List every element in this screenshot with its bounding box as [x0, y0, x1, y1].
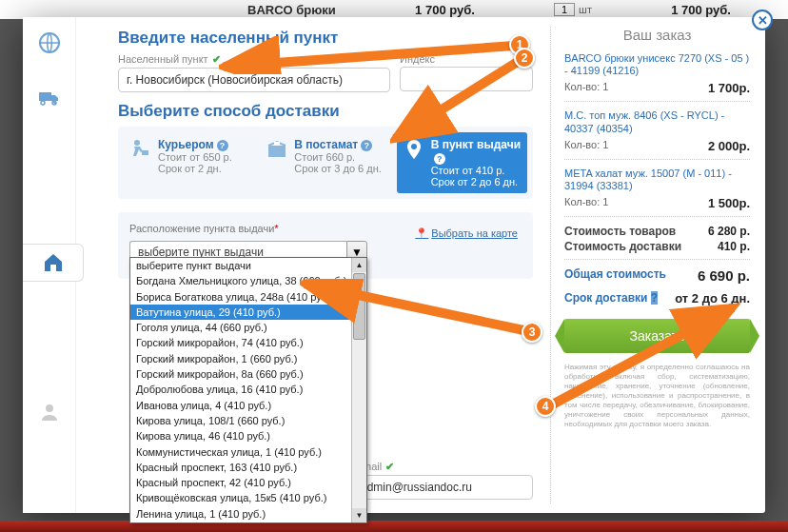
dropdown-option[interactable]: Морской проспект, 10 (660 руб.): [130, 522, 366, 522]
order-item-price: 2 000р.: [708, 139, 750, 153]
bg-product-price: 1 700 руб.: [415, 3, 475, 17]
dropdown-option[interactable]: Бориса Богаткова улица, 248а (410 руб.): [130, 289, 366, 305]
order-summary: Ваш заказ BARCO брюки унисекс 7270 (XS -…: [550, 27, 750, 503]
email-input[interactable]: [352, 475, 533, 500]
dropdown-option[interactable]: Кирова улица, 108/1 (660 руб.): [130, 413, 366, 428]
order-item-name: META халат муж. 15007 (M - 011) - 31994 …: [564, 167, 750, 192]
svg-rect-6: [142, 150, 148, 155]
info-icon: ?: [434, 153, 445, 165]
person-icon[interactable]: [36, 400, 63, 424]
order-title: Ваш заказ: [564, 27, 750, 43]
info-icon: ?: [361, 140, 372, 151]
scroll-up-icon[interactable]: ▲: [352, 258, 366, 272]
pickup-label: Расположение пункта выдачи*: [129, 223, 279, 234]
svg-rect-3: [50, 265, 56, 271]
dropdown-option[interactable]: Гоголя улица, 44 (660 руб.): [130, 320, 366, 335]
bg-qty-group: шт: [554, 3, 592, 16]
dropdown-option[interactable]: выберите пункт выдачи: [130, 258, 366, 273]
globe-icon[interactable]: [36, 30, 63, 55]
dropdown-option[interactable]: Кривощёковская улица, 15к5 (410 руб.): [130, 490, 366, 505]
courier-icon: [129, 138, 152, 161]
order-item-name: BARCO брюки унисекс 7270 (XS - 05 ) - 41…: [564, 52, 750, 77]
legal-text: Нажимая эту кнопку, я определенно соглаш…: [564, 363, 750, 429]
delivery-options: Курьером? Стоит от 650 р. Срок от 2 дн. …: [118, 127, 533, 199]
order-item-qty: Кол-во: 1: [564, 81, 608, 95]
dropdown-option[interactable]: Ленина улица, 1 (410 руб.): [130, 506, 366, 522]
step-sidebar: [23, 17, 76, 513]
truck-icon[interactable]: [36, 86, 63, 110]
step2-title: Выберите способ доставки: [118, 102, 533, 121]
check-icon: ✔: [212, 53, 221, 65]
check-icon: ✔: [385, 461, 394, 472]
order-item-qty: Кол-во: 1: [564, 139, 608, 153]
bg-qty-input[interactable]: [554, 3, 575, 16]
svg-point-5: [134, 140, 140, 146]
info-icon: ?: [217, 140, 228, 151]
svg-rect-7: [274, 142, 280, 145]
info-icon: ?: [651, 291, 658, 305]
delivery-courier[interactable]: Курьером? Стоит от 650 р. Срок от 2 дн.: [124, 132, 254, 193]
bg-qty-unit: шт: [579, 4, 592, 15]
marker-4: 4: [535, 396, 556, 417]
scroll-thumb[interactable]: [353, 273, 365, 340]
dropdown-option[interactable]: Богдана Хмельницкого улица, 38 (660 руб.…: [130, 273, 366, 288]
svg-point-4: [46, 404, 53, 412]
marker-3: 3: [522, 322, 542, 343]
marker-2: 2: [514, 48, 535, 69]
step1-title: Введите населенный пункт: [118, 29, 533, 48]
map-pin-icon: 📍: [415, 227, 428, 239]
dropdown-option[interactable]: Горский микрорайон, 8а (660 руб.): [130, 366, 366, 382]
order-item-price: 1 500р.: [708, 196, 750, 210]
scroll-down-icon[interactable]: ▼: [352, 508, 366, 522]
footer-bar: [0, 521, 788, 532]
bg-line-price: 1 700 руб.: [671, 3, 731, 17]
dropdown-option[interactable]: Иванова улица, 4 (410 руб.): [130, 398, 366, 413]
dropdown-option[interactable]: Горский микрорайон, 1 (660 руб.): [130, 351, 366, 366]
dropdown-option[interactable]: Добролюбова улица, 16 (410 руб.): [130, 382, 366, 397]
email-label: E-mail✔: [352, 461, 533, 473]
index-label: Индекс: [400, 53, 533, 65]
dropdown-option[interactable]: Горский микрорайон, 74 (410 руб.): [130, 335, 366, 350]
house-icon[interactable]: [40, 250, 67, 275]
order-item-name: M.C. топ муж. 8406 (XS - RYCL) - 40337 (…: [564, 109, 750, 134]
dropdown-option[interactable]: Красный проспект, 42 (410 руб.): [130, 475, 366, 490]
delivery-postamat[interactable]: В постамат? Стоит 660 р. Срок от 3 до 6 …: [260, 132, 390, 193]
delivery-pickup[interactable]: В пункт выдачи? Стоит от 410 р. Срок от …: [397, 132, 527, 193]
city-input[interactable]: [118, 68, 390, 92]
scrollbar[interactable]: ▲ ▼: [351, 258, 366, 522]
order-item-price: 1 700р.: [708, 81, 750, 95]
bg-product-name: BARCO брюки: [247, 3, 336, 17]
dropdown-option[interactable]: Красный проспект, 163 (410 руб.): [130, 460, 366, 475]
index-input[interactable]: [400, 67, 533, 91]
svg-point-8: [411, 144, 417, 149]
active-step-tab: [23, 244, 84, 282]
pickup-dropdown[interactable]: выберите пункт выдачиБогдана Хмельницког…: [129, 257, 367, 523]
svg-point-1: [41, 101, 45, 105]
submit-order-button[interactable]: Заказать: [564, 319, 750, 353]
dropdown-option[interactable]: Ватутина улица, 29 (410 руб.): [130, 305, 366, 320]
postamat-icon: [266, 138, 288, 161]
dropdown-option[interactable]: Кирова улица, 46 (410 руб.): [130, 428, 366, 443]
background-toolbar: BARCO брюки 1 700 руб. шт 1 700 руб.: [0, 0, 788, 19]
city-label: Населенный пункт✔: [118, 53, 390, 66]
pin-icon: [403, 138, 425, 161]
dropdown-option[interactable]: Коммунистическая улица, 1 (410 руб.): [130, 444, 366, 460]
map-link[interactable]: 📍Выбрать на карте: [415, 227, 518, 240]
order-item-qty: Кол-во: 1: [564, 196, 608, 210]
checkout-modal: ✕ Введите населенный пункт Населенный пу…: [23, 17, 765, 513]
